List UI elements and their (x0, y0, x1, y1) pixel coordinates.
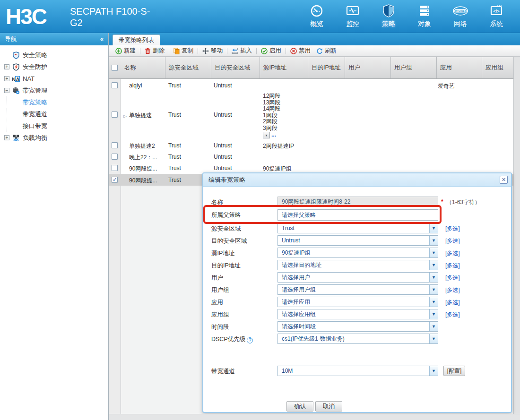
src-zone-select[interactable]: Trust ▼ (277, 223, 438, 233)
disable-button[interactable]: 禁用 (287, 46, 313, 56)
src-ip-multi-link[interactable]: [多选] (445, 249, 460, 257)
user-label: 用户 (211, 274, 223, 282)
sidebar-item-security-policy[interactable]: 安全策略 (0, 49, 108, 61)
app-group-select[interactable]: 请选择应用组 ▼ (277, 309, 438, 319)
top-navigation: 概览 监控 策略 对象 INTERNET 网络 (303, 3, 510, 30)
user-select[interactable]: 请选择用户 ▼ (277, 272, 438, 283)
close-icon[interactable]: ✕ (500, 176, 508, 184)
sidebar-item-interface-bandwidth[interactable]: 接口带宽 (0, 120, 108, 132)
plus-circle-icon (115, 48, 122, 54)
table-row[interactable]: aiqiyi Trust Untrust 爱奇艺 (109, 79, 513, 91)
col-dst-ip: 目的IP地址 (308, 57, 345, 78)
copy-button[interactable]: 复制 (171, 46, 196, 56)
app-multi-link[interactable]: [多选] (445, 299, 460, 307)
sidebar-item-bandwidth-mgmt[interactable]: − 带宽管理 (0, 85, 108, 96)
footer-strip (109, 414, 520, 420)
security-protect-icon (11, 63, 21, 71)
configure-button[interactable]: [配置] (443, 366, 465, 376)
insert-icon (232, 48, 238, 54)
shield-icon (382, 3, 395, 19)
row-checkbox[interactable] (112, 165, 118, 171)
trash-icon (145, 48, 151, 54)
row-checkbox[interactable] (112, 154, 118, 160)
nav-objects[interactable]: 对象 (411, 3, 438, 30)
sidebar-item-load-balance[interactable]: + 负载均衡 (0, 132, 108, 144)
time-range-select[interactable]: 请选择时间段 ▼ (277, 321, 438, 332)
row-expand-icon[interactable]: ▷ (123, 114, 127, 119)
chevron-down-icon: ▼ (429, 297, 438, 307)
dst-ip-label: 目的IP地址 (211, 262, 241, 270)
row-checkbox[interactable] (112, 142, 118, 148)
collapse-sidebar-button[interactable]: « (100, 33, 104, 45)
parent-policy-field[interactable]: 请选择父策略 (277, 209, 438, 221)
check-circle-icon (261, 48, 268, 54)
row-checkbox[interactable] (112, 82, 118, 88)
chevron-down-icon: ▼ (429, 366, 438, 376)
edit-bandwidth-policy-dialog: 编辑带宽策略 ✕ 名称 90网段提速组限速时间8-22 * （1-63字符） 所… (202, 172, 512, 413)
enable-button[interactable]: 启用 (258, 46, 284, 56)
select-all-checkbox[interactable] (112, 65, 118, 71)
nav-overview[interactable]: 概览 (303, 3, 330, 30)
app-group-label: 应用组 (211, 311, 229, 319)
expand-icon[interactable]: + (4, 135, 9, 140)
more-ellipsis-link[interactable]: ... (271, 131, 276, 138)
dst-ip-multi-link[interactable]: [多选] (445, 262, 460, 270)
insert-button[interactable]: 插入 (229, 46, 255, 56)
sidebar-item-bandwidth-policy[interactable]: 带宽策略 (0, 96, 108, 108)
help-icon[interactable]: ? (247, 337, 253, 343)
sidebar-item-bandwidth-channel[interactable]: 带宽通道 (0, 108, 108, 120)
nav-policy[interactable]: 策略 (375, 3, 402, 30)
monitor-icon (346, 3, 360, 19)
nat-icon: NA (11, 75, 21, 83)
table-header: 名称 源安全区域 目的安全区域 源IP地址 目的IP地址 用户 用户组 应用 应… (109, 57, 513, 79)
app-group-multi-link[interactable]: [多选] (445, 311, 460, 319)
col-user: 用户 (345, 57, 391, 78)
dst-zone-multi-link[interactable]: [多选] (445, 237, 460, 245)
svg-text:N: N (12, 76, 16, 82)
row-checkbox[interactable] (112, 111, 118, 118)
nav-system[interactable]: </> 系统 (483, 3, 510, 30)
ip-list-dropdown-button[interactable]: ▼ (263, 132, 270, 138)
user-multi-link[interactable]: [多选] (445, 274, 460, 282)
col-app: 应用 (437, 57, 482, 78)
nav-tree: 安全策略 + 安全防护 + NA NAT − 带宽管理 带宽策略 (0, 49, 108, 144)
sidebar-item-nat[interactable]: + NA NAT (0, 73, 108, 85)
name-field[interactable]: 90网段提速组限速时间8-22 (277, 197, 438, 207)
dscp-select[interactable]: cs1(IP优先级1-数据业务) ▼ (277, 334, 438, 344)
col-src-zone: 源安全区域 (165, 57, 211, 78)
bandwidth-channel-select[interactable]: 10M ▼ (277, 366, 438, 376)
nav-monitor[interactable]: 监控 (339, 3, 366, 30)
confirm-button[interactable]: 确认 (286, 401, 313, 411)
src-zone-multi-link[interactable]: [多选] (445, 225, 460, 233)
svg-text:INTERNET: INTERNET (455, 10, 466, 12)
copy-icon (173, 48, 180, 54)
user-group-multi-link[interactable]: [多选] (445, 286, 460, 294)
row-checkbox[interactable] (112, 177, 118, 183)
chevron-down-icon: ▼ (429, 223, 438, 233)
move-button[interactable]: 移动 (199, 46, 225, 56)
nav-network[interactable]: INTERNET 网络 (447, 3, 474, 30)
app-select[interactable]: 请选择应用 ▼ (277, 297, 438, 307)
delete-button[interactable]: 删除 (142, 46, 167, 56)
svg-text:</>: </> (493, 9, 499, 14)
src-ip-label: 源IP地址 (211, 249, 234, 257)
table-row[interactable]: 单独提速2 Trust Untrust 2网段提速IP (109, 140, 513, 151)
tab-bandwidth-policy-list[interactable]: 带宽策略列表 (113, 34, 160, 45)
user-group-select[interactable]: 请选择用户组 ▼ (277, 284, 438, 295)
sidebar-item-security-protect[interactable]: + 安全防护 (0, 61, 108, 73)
security-policy-icon (11, 51, 21, 59)
expand-icon[interactable]: + (4, 76, 9, 81)
dst-zone-select[interactable]: Untrust ▼ (277, 235, 438, 246)
cancel-button[interactable]: 取消 (315, 401, 342, 411)
src-ip-select[interactable]: 90提速IP组 ▼ (277, 248, 438, 258)
new-button[interactable]: 新建 (113, 46, 139, 56)
expand-icon[interactable]: + (4, 64, 9, 69)
dst-ip-select[interactable]: 请选择目的地址 ▼ (277, 260, 438, 270)
table-row[interactable]: 晚上22：... Trust Untrust (109, 151, 513, 163)
vertical-scrollbar[interactable] (513, 57, 520, 414)
refresh-icon (316, 48, 323, 54)
collapse-icon[interactable]: − (4, 88, 9, 93)
app-header: H3C SECPATH F100-S-G2 概览 监控 策略 对象 (0, 0, 520, 33)
refresh-button[interactable]: 刷新 (313, 46, 339, 56)
table-row[interactable]: ▷ 单独提速 Trust Untrust 12网段 13网段 14网段 1网段 … (109, 91, 513, 138)
